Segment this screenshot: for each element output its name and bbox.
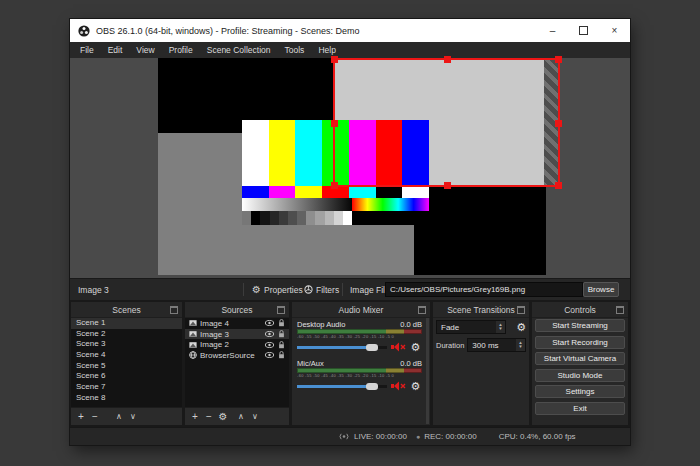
duration-spin-arrows[interactable]: ▲▼ [516,339,525,351]
settings-button[interactable]: Settings [535,385,625,398]
mixer-scrollbar[interactable] [426,318,429,424]
close-button[interactable]: × [599,19,630,42]
image-source-icon [189,319,197,327]
properties-button[interactable]: ⚙ Properties [252,279,303,300]
visibility-eye-icon[interactable] [265,342,274,348]
scene-list-item[interactable]: Scene 8 [71,393,182,404]
selection-handle-se[interactable] [555,182,562,189]
mixer-channel-desktop-audio: Desktop Audio 0.0 dB -60 -55 -50 -45 -40… [297,320,422,353]
selection-bounding-box[interactable] [333,58,560,187]
scene-list-item[interactable]: Scene 4 [71,350,182,361]
menu-view[interactable]: View [129,42,161,58]
transition-select-arrows[interactable]: ▲▼ [496,321,505,333]
maximize-icon [579,26,588,35]
transition-select[interactable]: Fade ▲▼ [436,320,506,334]
scene-source-black-bottom-right[interactable] [414,185,546,275]
source-list-item[interactable]: BrowserSource [185,350,289,361]
scene-transitions-header: Scene Transitions [433,302,529,318]
source-list-item[interactable]: Image 4 [185,318,289,329]
minimize-button[interactable]: – [537,19,568,42]
divider [342,283,343,296]
maximize-button[interactable] [568,19,599,42]
channel-settings-gear-icon[interactable]: ⚙ [409,380,422,392]
controls-dock: Controls Start Streaming Start Recording… [532,302,628,425]
scene-list-item[interactable]: Scene 1 [71,318,182,329]
source-list-item-selected[interactable]: Image 3 [185,329,289,340]
selection-handle-w[interactable] [331,120,338,127]
scene-down-button[interactable]: ∨ [126,408,140,425]
meter-scale: -60 -55 -50 -45 -40 -35 -30 -25 -20 -15 … [297,373,422,379]
source-properties-button[interactable]: ⚙ [216,408,230,425]
preview-canvas[interactable] [70,58,630,278]
selection-handle-nw[interactable] [331,56,338,63]
sources-header: Sources [185,302,289,318]
source-down-button[interactable]: ∨ [248,408,262,425]
scene-up-button[interactable]: ∧ [112,408,126,425]
scene-list-item[interactable]: Scene 6 [71,371,182,382]
add-scene-button[interactable]: + [74,408,88,425]
remove-scene-button[interactable]: − [88,408,102,425]
obs-logo-icon [78,25,90,37]
broadcast-icon [338,432,350,441]
selection-handle-s[interactable] [444,182,451,189]
image-source-icon [189,330,197,338]
add-source-button[interactable]: + [188,408,202,425]
duration-spinbox[interactable]: 300 ms ▲▼ [467,338,526,352]
scene-list-item[interactable]: Scene 5 [71,361,182,372]
muted-speaker-icon [391,381,406,391]
meter-scale: -60 -55 -50 -45 -40 -35 -30 -25 -20 -15 … [297,334,422,340]
start-streaming-button[interactable]: Start Streaming [535,319,625,332]
window-title: OBS 26.1.0 (64-bit, windows) - Profile: … [96,26,360,36]
channel-volume-db: 0.0 dB [400,320,422,329]
menu-tools[interactable]: Tools [278,42,312,58]
menu-file[interactable]: File [73,42,101,58]
selection-handle-n[interactable] [444,56,451,63]
volume-slider[interactable] [297,342,387,353]
muted-speaker-icon [391,342,406,352]
lock-icon[interactable] [278,351,285,359]
controls-header: Controls [532,302,628,318]
grayscale-gradient [242,198,352,211]
dock-pin-icon [170,306,178,314]
selection-handle-ne[interactable] [555,56,562,63]
start-recording-button[interactable]: Start Recording [535,336,625,349]
image-file-input[interactable] [385,282,583,297]
volume-slider-handle[interactable] [366,344,378,351]
menu-profile[interactable]: Profile [162,42,200,58]
lock-icon[interactable] [278,319,285,327]
volume-slider[interactable] [297,381,387,392]
remove-source-button[interactable]: − [202,408,216,425]
channel-settings-gear-icon[interactable]: ⚙ [409,341,422,353]
selection-handle-sw[interactable] [331,182,338,189]
menu-scene-collection[interactable]: Scene Collection [200,42,278,58]
duration-value: 300 ms [468,341,516,350]
window-controls: – × [537,19,630,42]
studio-mode-button[interactable]: Studio Mode [535,369,625,382]
transition-settings-gear-icon[interactable]: ⚙ [516,321,526,334]
pattern-gradient-row [242,198,429,211]
browse-button[interactable]: Browse [583,282,619,297]
menu-help[interactable]: Help [311,42,342,58]
visibility-eye-icon[interactable] [265,352,274,358]
cpu-fps-stats: CPU: 0.4%, 60.00 fps [499,432,576,441]
start-virtual-camera-button[interactable]: Start Virtual Camera [535,352,625,365]
menu-edit[interactable]: Edit [101,42,130,58]
scene-list-item[interactable]: Scene 2 [71,329,182,340]
source-list-item[interactable]: Image 2 [185,339,289,350]
visibility-eye-icon[interactable] [265,331,274,337]
exit-button[interactable]: Exit [535,402,625,415]
mute-button[interactable] [391,342,406,352]
source-up-button[interactable]: ∧ [234,408,248,425]
scene-list-item[interactable]: Scene 3 [71,339,182,350]
volume-slider-handle[interactable] [366,383,378,390]
properties-gear-icon: ⚙ [252,285,261,295]
audio-mixer-header: Audio Mixer [292,302,430,318]
mute-button[interactable] [391,381,406,391]
scene-list-item[interactable]: Scene 7 [71,382,182,393]
filters-button[interactable]: Filters [304,279,339,300]
lock-icon[interactable] [278,330,285,338]
selection-handle-e[interactable] [555,120,562,127]
rec-dot-icon: ● [416,433,420,440]
visibility-eye-icon[interactable] [265,320,274,326]
lock-icon[interactable] [278,341,285,349]
